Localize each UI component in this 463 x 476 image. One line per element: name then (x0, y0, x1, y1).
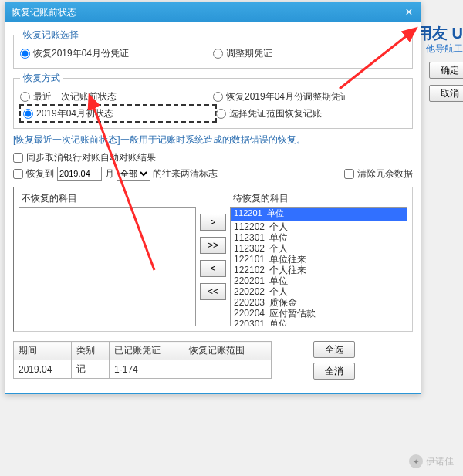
list-item[interactable]: 112202个人 (231, 221, 407, 232)
list-item[interactable]: 220203质保金 (231, 297, 407, 308)
watermark-text: 伊诺佳 (426, 455, 454, 468)
select-all-button[interactable]: 全选 (313, 341, 355, 358)
right-listbox[interactable]: 112201单位112202个人112301单位112302个人122101单位… (230, 207, 407, 326)
chk-restore-to-label: 恢复到 (26, 167, 54, 181)
bg-sub: 他导航工 (426, 42, 463, 56)
r2-label: 恢复2019年04月份调整期凭证 (226, 90, 350, 103)
cell-period: 2019.04 (14, 360, 72, 379)
radio-month-initial[interactable] (23, 109, 33, 119)
ok-button[interactable]: 确定 (429, 62, 463, 79)
move-left-button[interactable]: < (200, 260, 226, 277)
opt-restore-voucher[interactable]: 恢复2019年04月份凭证 (20, 45, 213, 62)
opt-month-initial[interactable]: 2019年04月初状态 (20, 105, 216, 122)
list-item[interactable]: 112301单位 (231, 232, 407, 243)
group1-legend: 恢复记账选择 (20, 29, 82, 42)
list-item[interactable]: 112302个人 (231, 243, 407, 254)
chk-restore-to[interactable] (13, 169, 23, 179)
transfer-panel: 不恢复的科目 > >> < << 待恢复的科目 112201单位112202个人… (13, 187, 413, 332)
list-item[interactable]: 220204应付暂估款 (231, 308, 407, 319)
scope-select[interactable]: 全部 (117, 167, 150, 181)
move-right-button[interactable]: > (200, 214, 226, 231)
radio-restore-voucher[interactable] (20, 49, 30, 59)
radio-last-state[interactable] (20, 92, 30, 102)
group-restore-select: 恢复记账选择 恢复2019年04月份凭证 调整期凭证 (13, 29, 413, 69)
radio-adjust-period[interactable] (213, 92, 223, 102)
left-listbox[interactable] (19, 207, 196, 326)
suffix-label: 的往来两清标志 (153, 167, 218, 181)
th-category: 类别 (71, 342, 109, 360)
right-list-label: 待恢复的科目 (230, 192, 407, 205)
chk-sync-label: 同步取消银行对账自动对账结果 (26, 151, 156, 164)
r1-label: 最近一次记账前状态 (33, 90, 117, 103)
group-restore-mode: 恢复方式 最近一次记账前状态 恢复2019年04月份调整期凭证 2019年04月… (13, 72, 413, 129)
opt2-label: 调整期凭证 (226, 47, 272, 60)
list-item[interactable]: 220201单位 (231, 275, 407, 286)
select-none-button[interactable]: 全消 (313, 363, 355, 380)
opt-adjust-period[interactable]: 恢复2019年04月份调整期凭证 (213, 88, 406, 105)
chk-clear-redundant[interactable] (344, 169, 354, 179)
r4-label: 选择凭证范围恢复记账 (229, 107, 322, 120)
dialog-title: 恢复记账前状态 (12, 7, 76, 18)
restore-period-input[interactable] (57, 167, 102, 181)
th-posted: 已记账凭证 (110, 342, 184, 360)
radio-adjust-voucher[interactable] (213, 49, 223, 59)
chk-sync-cancel[interactable] (13, 153, 23, 163)
close-icon[interactable]: × (397, 2, 421, 22)
r3-label: 2019年04月初状态 (36, 107, 113, 120)
opt-last-state[interactable]: 最近一次记账前状态 (20, 88, 213, 105)
opt-select-range[interactable]: 选择凭证范围恢复记账 (216, 105, 406, 122)
chk-clear-label: 清除冗余数据 (357, 167, 413, 181)
group2-legend: 恢复方式 (20, 72, 63, 85)
dialog: 恢复记账前状态 × 恢复记账选择 恢复2019年04月份凭证 调整期凭证 恢复方… (5, 2, 421, 394)
move-all-right-button[interactable]: >> (200, 237, 226, 254)
watermark: ✦ 伊诺佳 (409, 454, 454, 468)
move-all-left-button[interactable]: << (200, 283, 226, 300)
cell-category: 记 (71, 360, 109, 379)
list-item[interactable]: 122102个人往来 (231, 265, 407, 275)
radio-select-range[interactable] (216, 109, 226, 119)
titlebar: 恢复记账前状态 × (5, 2, 421, 22)
bg-brand: 用友 U (417, 23, 463, 44)
external-buttons: 确定 取消 (429, 62, 463, 102)
wechat-icon: ✦ (409, 454, 423, 468)
left-list-label: 不恢复的科目 (19, 192, 196, 205)
opt1-label: 恢复2019年04月份凭证 (33, 47, 129, 60)
th-period: 期间 (14, 342, 72, 360)
th-range: 恢复记账范围 (184, 342, 272, 360)
list-item[interactable]: 220202个人 (231, 286, 407, 297)
list-item[interactable]: 122101单位往来 (231, 254, 407, 265)
summary-table: 期间 类别 已记账凭证 恢复记账范围 2019.04 记 1-174 (13, 341, 272, 379)
list-item[interactable]: 220301单位 (231, 319, 407, 326)
cancel-button[interactable]: 取消 (429, 85, 463, 102)
list-item[interactable]: 112201单位 (231, 208, 407, 221)
cell-range (184, 360, 272, 379)
table-row[interactable]: 2019.04 记 1-174 (14, 360, 272, 379)
cell-posted: 1-174 (110, 360, 184, 379)
description-text: [恢复最近一次记账前状态]一般用于记账时系统造成的数据错误的恢复。 (13, 133, 413, 147)
month-label: 月 (105, 167, 114, 181)
opt-adjust-voucher[interactable]: 调整期凭证 (213, 45, 406, 62)
